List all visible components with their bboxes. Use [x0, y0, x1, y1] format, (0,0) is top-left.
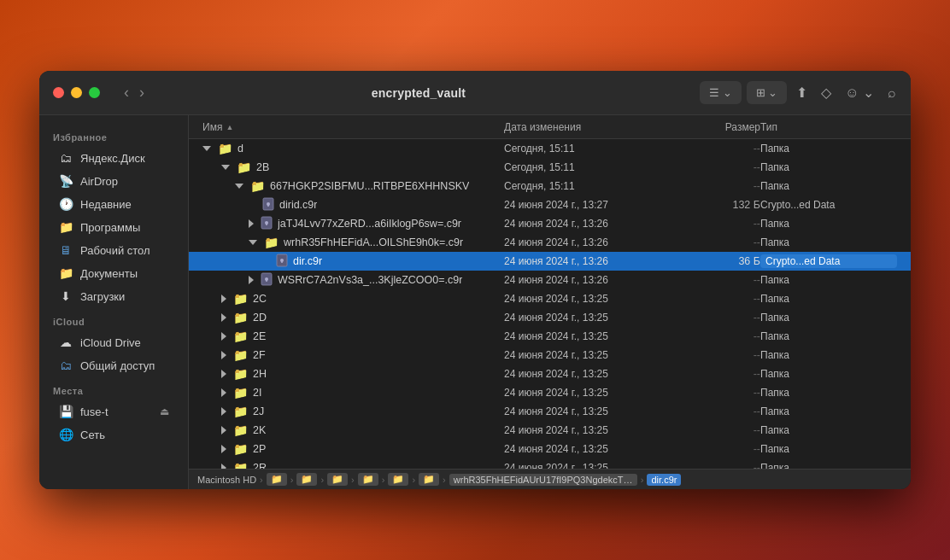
table-row[interactable]: WSRrC7A2nVs3a_...3KjleZCOO0=.c9r24 июня …: [189, 271, 911, 289]
file-modified: 24 июня 2024 г., 13:26: [504, 236, 675, 248]
table-row[interactable]: 📁2F24 июня 2024 г., 13:25--Папка: [189, 346, 911, 365]
table-row[interactable]: 📁wrhR35FhHEFidA...OILShE9h0k=.c9r24 июня…: [189, 233, 911, 252]
expand-triangle[interactable]: [221, 370, 226, 378]
expand-triangle[interactable]: [249, 240, 257, 245]
expand-triangle[interactable]: [221, 426, 226, 435]
list-view-button[interactable]: ☰ ⌄: [705, 83, 736, 102]
col-type[interactable]: Тип: [760, 121, 897, 133]
file-size: --: [675, 405, 760, 417]
svg-rect-2: [267, 204, 269, 207]
table-row[interactable]: 📁2C24 июня 2024 г., 13:25--Папка: [189, 289, 911, 308]
table-row[interactable]: 📁2H24 июня 2024 г., 13:25--Папка: [189, 365, 911, 383]
share-button[interactable]: ⬆: [792, 81, 812, 104]
sidebar-item-yandex[interactable]: 🗂 Яндекс.Диск: [44, 147, 183, 169]
forward-button[interactable]: ›: [136, 82, 148, 103]
sidebar-label-downloads: Загрузки: [80, 290, 125, 303]
file-icon: [262, 197, 274, 213]
file-modified: 24 июня 2024 г., 13:25: [504, 349, 675, 361]
breadcrumb-folder-1[interactable]: 📁: [267, 473, 287, 486]
file-type: Папка: [760, 405, 897, 417]
view-toggle-group: ☰ ⌄: [700, 81, 742, 104]
expand-triangle[interactable]: [249, 276, 254, 284]
expand-triangle[interactable]: [221, 313, 226, 322]
minimize-button[interactable]: [71, 87, 82, 98]
expand-triangle[interactable]: [202, 146, 211, 151]
table-row[interactable]: 📁2E24 июня 2024 г., 13:25--Папка: [189, 327, 911, 346]
table-row[interactable]: 📁667HGKP2SIBFMU...RITBPE6XHHNSKVСегодня,…: [189, 177, 911, 195]
file-type: Crypto...ed Data: [760, 199, 897, 211]
sidebar-item-downloads[interactable]: ⬇ Загрузки: [44, 285, 183, 307]
titlebar: ‹ › encrypted_vault ☰ ⌄ ⊞ ⌄ ⬆ ◇ ☺ ⌄ ⌕: [39, 71, 911, 115]
search-button[interactable]: ⌕: [883, 82, 900, 104]
table-row[interactable]: 📁2K24 июня 2024 г., 13:25--Папка: [189, 421, 911, 440]
table-row[interactable]: 📁2I24 июня 2024 г., 13:25--Папка: [189, 383, 911, 402]
file-type: Папка: [760, 387, 897, 399]
sidebar-item-icloud-drive[interactable]: ☁ iCloud Drive: [44, 331, 183, 353]
sidebar-item-desktop[interactable]: 🖥 Рабочий стол: [44, 239, 183, 261]
table-row[interactable]: dirid.c9r24 июня 2024 г., 13:27132 БCryp…: [189, 195, 911, 214]
breadcrumb-current-file[interactable]: dir.c9r: [647, 474, 681, 486]
table-row[interactable]: 📁dСегодня, 15:11--Папка: [189, 139, 911, 158]
breadcrumb-folder-5[interactable]: 📁: [388, 473, 408, 486]
nav-buttons: ‹ ›: [120, 82, 148, 103]
file-name-cell: WSRrC7A2nVs3a_...3KjleZCOO0=.c9r: [202, 272, 504, 289]
icon-view-button[interactable]: ⊞ ⌄: [752, 83, 783, 102]
expand-triangle[interactable]: [249, 219, 254, 228]
table-row[interactable]: jaTJ4Lvv77xZeRD...a6iIklogP6sw=.c9r24 ию…: [189, 214, 911, 233]
filename-text: 2C: [253, 293, 267, 305]
expand-triangle[interactable]: [221, 445, 226, 453]
documents-icon: 📁: [58, 266, 73, 280]
file-name-cell: 📁2D: [202, 311, 504, 324]
folder-icon: 📁: [264, 236, 279, 249]
sidebar-item-shared[interactable]: 🗂 Общий доступ: [44, 354, 183, 376]
file-modified: Сегодня, 15:11: [504, 180, 675, 192]
content-area: Избранное 🗂 Яндекс.Диск 📡 AirDrop 🕐 Неда…: [39, 115, 911, 489]
expand-triangle[interactable]: [235, 184, 243, 189]
file-name-cell: 📁d: [202, 142, 504, 155]
sidebar-item-fuse-t[interactable]: 💾 fuse-t ⏏: [44, 400, 183, 423]
col-size[interactable]: Размер: [675, 121, 760, 133]
expand-triangle[interactable]: [221, 332, 226, 341]
sidebar-item-airdrop[interactable]: 📡 AirDrop: [44, 170, 183, 192]
expand-triangle[interactable]: [221, 351, 226, 359]
breadcrumb-folder-6[interactable]: 📁: [419, 473, 439, 486]
file-size: --: [675, 330, 760, 342]
expand-triangle[interactable]: [221, 295, 226, 303]
recents-icon: 🕐: [58, 197, 73, 211]
icloud-drive-icon: ☁: [58, 335, 73, 349]
tag-button[interactable]: ◇: [817, 81, 836, 104]
col-name[interactable]: Имя ▲: [202, 121, 504, 133]
sidebar-item-network[interactable]: 🌐 Сеть: [44, 423, 183, 446]
file-size: --: [675, 161, 760, 173]
expand-triangle[interactable]: [221, 388, 226, 397]
breadcrumb-folder-2[interactable]: 📁: [296, 473, 317, 486]
sidebar-item-recents[interactable]: 🕐 Недавние: [44, 193, 183, 215]
table-row[interactable]: dir.c9r24 июня 2024 г., 13:2636 БCrypto.…: [189, 252, 911, 271]
file-modified: 24 июня 2024 г., 13:25: [504, 330, 675, 342]
folder-icon: 📁: [237, 160, 251, 174]
table-row[interactable]: 📁2P24 июня 2024 г., 13:25--Папка: [189, 440, 911, 458]
breadcrumb-macintosh: Macintosh HD: [197, 475, 256, 485]
sidebar-item-documents[interactable]: 📁 Документы: [44, 262, 183, 284]
file-name-cell: 📁2R: [202, 461, 504, 469]
table-row[interactable]: 📁2R24 июня 2024 г., 13:25--Папка: [189, 458, 911, 469]
folder-icon: 📁: [233, 348, 248, 362]
breadcrumb-folder-3[interactable]: 📁: [327, 473, 348, 486]
table-row[interactable]: 📁2J24 июня 2024 г., 13:25--Папка: [189, 402, 911, 421]
sidebar-item-apps[interactable]: 📁 Программы: [44, 216, 183, 238]
file-size: --: [675, 462, 760, 469]
breadcrumb-folder-4[interactable]: 📁: [358, 473, 378, 486]
file-type: Папка: [760, 349, 897, 361]
action-button[interactable]: ☺ ⌄: [841, 81, 878, 104]
file-icon: [261, 216, 273, 232]
file-list: 📁dСегодня, 15:11--Папка📁2BСегодня, 15:11…: [189, 139, 911, 469]
col-modified[interactable]: Дата изменения: [504, 121, 675, 133]
fullscreen-button[interactable]: [89, 87, 100, 98]
back-button[interactable]: ‹: [120, 82, 132, 103]
table-row[interactable]: 📁2BСегодня, 15:11--Папка: [189, 158, 911, 177]
expand-triangle[interactable]: [221, 165, 230, 170]
breadcrumb-long[interactable]: wrhR35FhHEFidAUrU17fI9PQ3NgdekcTJq0YPOIL…: [449, 474, 637, 486]
expand-triangle[interactable]: [221, 407, 226, 416]
table-row[interactable]: 📁2D24 июня 2024 г., 13:25--Папка: [189, 308, 911, 327]
close-button[interactable]: [53, 87, 64, 98]
